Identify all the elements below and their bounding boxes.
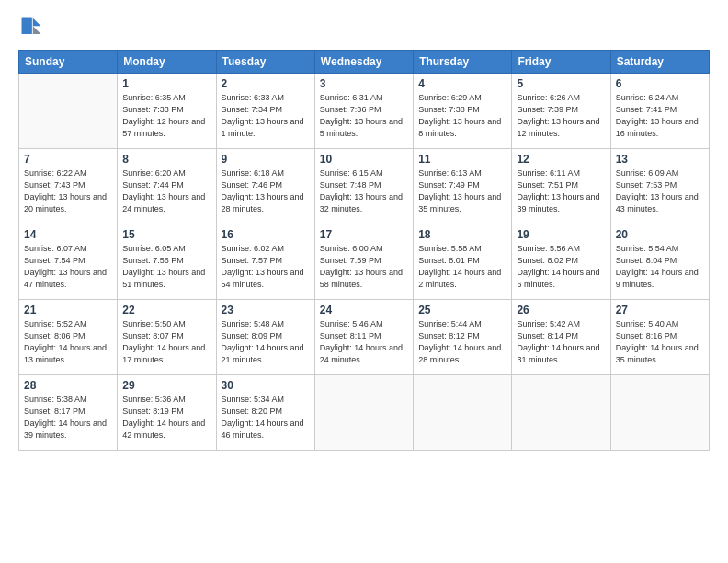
day-cell	[414, 375, 512, 451]
day-info: Sunrise: 6:05 AMSunset: 7:56 PMDaylight:…	[122, 243, 210, 291]
day-info: Sunrise: 6:20 AMSunset: 7:44 PMDaylight:…	[122, 167, 210, 215]
day-info: Sunrise: 5:38 AMSunset: 8:17 PMDaylight:…	[24, 394, 112, 442]
day-info: Sunrise: 5:58 AMSunset: 8:01 PMDaylight:…	[418, 243, 506, 291]
day-cell: 9Sunrise: 6:18 AMSunset: 7:46 PMDaylight…	[216, 149, 314, 224]
day-cell: 15Sunrise: 6:05 AMSunset: 7:56 PMDayligh…	[118, 224, 216, 300]
day-cell	[512, 375, 610, 451]
week-row-5: 28Sunrise: 5:38 AMSunset: 8:17 PMDayligh…	[19, 375, 710, 451]
day-number: 27	[616, 304, 704, 316]
day-cell: 19Sunrise: 5:56 AMSunset: 8:02 PMDayligh…	[512, 224, 610, 300]
col-header-saturday: Saturday	[610, 51, 709, 74]
day-number: 22	[122, 304, 210, 316]
day-number: 1	[122, 77, 210, 90]
day-number: 26	[517, 304, 605, 316]
day-info: Sunrise: 6:11 AMSunset: 7:51 PMDaylight:…	[517, 167, 605, 215]
day-info: Sunrise: 6:09 AMSunset: 7:53 PMDaylight:…	[616, 167, 704, 215]
day-cell: 22Sunrise: 5:50 AMSunset: 8:07 PMDayligh…	[118, 300, 216, 375]
col-header-monday: Monday	[118, 51, 216, 74]
day-number: 6	[616, 77, 704, 90]
day-cell: 10Sunrise: 6:15 AMSunset: 7:48 PMDayligh…	[314, 149, 413, 224]
day-number: 20	[616, 228, 704, 241]
day-cell: 4Sunrise: 6:29 AMSunset: 7:38 PMDaylight…	[414, 74, 512, 149]
day-cell: 2Sunrise: 6:33 AMSunset: 7:34 PMDaylight…	[216, 74, 314, 149]
day-number: 11	[418, 153, 506, 166]
day-cell: 14Sunrise: 6:07 AMSunset: 7:54 PMDayligh…	[19, 224, 118, 300]
day-number: 21	[24, 304, 112, 316]
day-number: 2	[222, 77, 310, 90]
col-header-thursday: Thursday	[414, 51, 512, 74]
day-number: 12	[517, 153, 605, 166]
day-info: Sunrise: 5:54 AMSunset: 8:04 PMDaylight:…	[616, 243, 704, 291]
day-cell: 16Sunrise: 6:02 AMSunset: 7:57 PMDayligh…	[216, 224, 314, 300]
day-number: 13	[616, 153, 704, 166]
day-number: 30	[222, 379, 310, 392]
day-number: 9	[222, 153, 310, 166]
day-cell	[610, 375, 709, 451]
day-cell: 27Sunrise: 5:40 AMSunset: 8:16 PMDayligh…	[610, 300, 709, 375]
header-row: SundayMondayTuesdayWednesdayThursdayFrid…	[19, 51, 710, 74]
day-info: Sunrise: 6:35 AMSunset: 7:33 PMDaylight:…	[122, 92, 210, 140]
col-header-tuesday: Tuesday	[216, 51, 314, 74]
day-info: Sunrise: 6:15 AMSunset: 7:48 PMDaylight:…	[320, 167, 408, 215]
day-info: Sunrise: 6:29 AMSunset: 7:38 PMDaylight:…	[418, 92, 506, 140]
day-number: 28	[24, 379, 112, 392]
day-info: Sunrise: 6:24 AMSunset: 7:41 PMDaylight:…	[616, 92, 704, 140]
day-cell: 20Sunrise: 5:54 AMSunset: 8:04 PMDayligh…	[610, 224, 709, 300]
day-cell: 13Sunrise: 6:09 AMSunset: 7:53 PMDayligh…	[610, 149, 709, 224]
col-header-wednesday: Wednesday	[314, 51, 413, 74]
day-cell: 24Sunrise: 5:46 AMSunset: 8:11 PMDayligh…	[314, 300, 413, 375]
day-info: Sunrise: 5:40 AMSunset: 8:16 PMDaylight:…	[616, 318, 704, 366]
col-header-friday: Friday	[512, 51, 610, 74]
day-cell: 5Sunrise: 6:26 AMSunset: 7:39 PMDaylight…	[512, 74, 610, 149]
day-cell: 28Sunrise: 5:38 AMSunset: 8:17 PMDayligh…	[19, 375, 118, 451]
day-number: 14	[24, 228, 112, 241]
day-number: 23	[222, 304, 310, 316]
day-info: Sunrise: 6:13 AMSunset: 7:49 PMDaylight:…	[418, 167, 506, 215]
day-info: Sunrise: 6:02 AMSunset: 7:57 PMDaylight:…	[222, 243, 310, 291]
day-info: Sunrise: 5:46 AMSunset: 8:11 PMDaylight:…	[320, 318, 408, 366]
day-info: Sunrise: 6:31 AMSunset: 7:36 PMDaylight:…	[320, 92, 408, 140]
svg-marker-0	[33, 18, 41, 27]
day-number: 16	[222, 228, 310, 241]
day-info: Sunrise: 6:26 AMSunset: 7:39 PMDaylight:…	[517, 92, 605, 140]
day-cell: 6Sunrise: 6:24 AMSunset: 7:41 PMDaylight…	[610, 74, 709, 149]
col-header-sunday: Sunday	[19, 51, 118, 74]
day-info: Sunrise: 5:50 AMSunset: 8:07 PMDaylight:…	[122, 318, 210, 366]
day-info: Sunrise: 6:18 AMSunset: 7:46 PMDaylight:…	[222, 167, 310, 215]
day-cell: 23Sunrise: 5:48 AMSunset: 8:09 PMDayligh…	[216, 300, 314, 375]
day-info: Sunrise: 5:34 AMSunset: 8:20 PMDaylight:…	[222, 394, 310, 442]
day-cell	[314, 375, 413, 451]
day-info: Sunrise: 5:52 AMSunset: 8:06 PMDaylight:…	[24, 318, 112, 366]
day-cell: 8Sunrise: 6:20 AMSunset: 7:44 PMDaylight…	[118, 149, 216, 224]
day-cell: 17Sunrise: 6:00 AMSunset: 7:59 PMDayligh…	[314, 224, 413, 300]
day-cell	[19, 74, 118, 149]
day-number: 8	[122, 153, 210, 166]
day-number: 3	[320, 77, 408, 90]
day-number: 4	[418, 77, 506, 90]
day-info: Sunrise: 6:07 AMSunset: 7:54 PMDaylight:…	[24, 243, 112, 291]
day-number: 15	[122, 228, 210, 241]
svg-marker-1	[33, 26, 41, 34]
day-info: Sunrise: 5:36 AMSunset: 8:19 PMDaylight:…	[122, 394, 210, 442]
svg-rect-2	[22, 18, 32, 35]
day-cell: 12Sunrise: 6:11 AMSunset: 7:51 PMDayligh…	[512, 149, 610, 224]
logo-icon	[18, 15, 44, 40]
day-cell: 1Sunrise: 6:35 AMSunset: 7:33 PMDaylight…	[118, 74, 216, 149]
day-number: 7	[24, 153, 112, 166]
calendar-table: SundayMondayTuesdayWednesdayThursdayFrid…	[18, 50, 710, 451]
page: SundayMondayTuesdayWednesdayThursdayFrid…	[0, 0, 728, 563]
week-row-2: 7Sunrise: 6:22 AMSunset: 7:43 PMDaylight…	[19, 149, 710, 224]
day-info: Sunrise: 5:56 AMSunset: 8:02 PMDaylight:…	[517, 243, 605, 291]
day-number: 5	[517, 77, 605, 90]
week-row-4: 21Sunrise: 5:52 AMSunset: 8:06 PMDayligh…	[19, 300, 710, 375]
day-cell: 3Sunrise: 6:31 AMSunset: 7:36 PMDaylight…	[314, 74, 413, 149]
day-number: 19	[517, 228, 605, 241]
week-row-3: 14Sunrise: 6:07 AMSunset: 7:54 PMDayligh…	[19, 224, 710, 300]
day-number: 18	[418, 228, 506, 241]
day-number: 10	[320, 153, 408, 166]
day-number: 25	[418, 304, 506, 316]
day-info: Sunrise: 6:33 AMSunset: 7:34 PMDaylight:…	[222, 92, 310, 140]
day-cell: 21Sunrise: 5:52 AMSunset: 8:06 PMDayligh…	[19, 300, 118, 375]
day-info: Sunrise: 5:42 AMSunset: 8:14 PMDaylight:…	[517, 318, 605, 366]
day-number: 24	[320, 304, 408, 316]
